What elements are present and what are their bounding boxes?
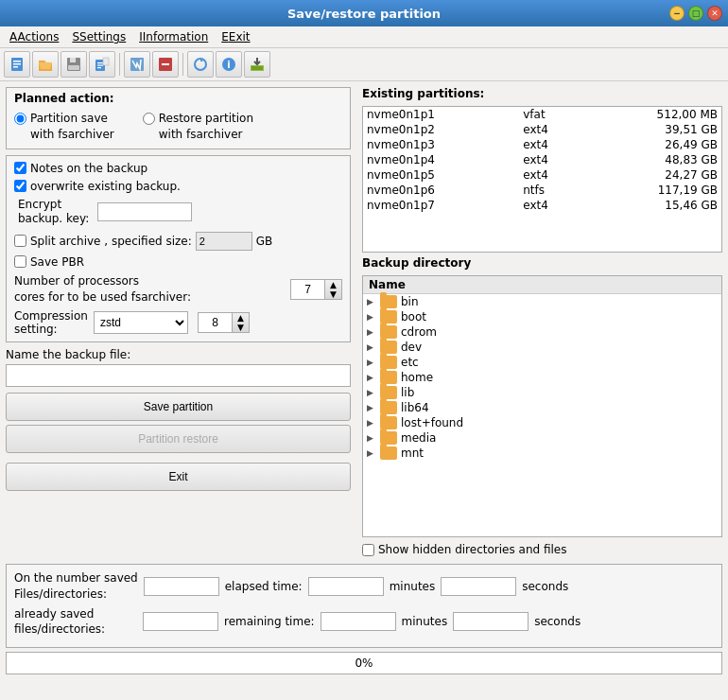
tree-item[interactable]: ▶ media <box>363 430 721 446</box>
close-button[interactable]: ✕ <box>707 6 722 21</box>
toolbar-refresh[interactable] <box>187 51 214 78</box>
svg-rect-2 <box>13 63 21 65</box>
maximize-button[interactable]: □ <box>688 6 703 21</box>
processors-label: Number of processors cores for to be use… <box>14 273 286 306</box>
options-area: Notes on the backup overwrite existing b… <box>6 155 351 343</box>
remaining-minutes-input[interactable] <box>321 612 396 631</box>
toolbar-add[interactable] <box>124 51 150 78</box>
menu-exit[interactable]: EExit <box>216 28 255 45</box>
stats-area: On the number saved Files/directories: e… <box>6 564 722 648</box>
tree-item[interactable]: ▶ dev <box>363 340 721 355</box>
partitions-table: nvme0n1p1vfat512,00 MBnvme0n1p2ext439,51… <box>363 107 721 213</box>
toolbar-info[interactable]: i <box>216 51 242 78</box>
svg-rect-3 <box>13 66 18 68</box>
compression-level-buttons[interactable]: ▲ ▼ <box>232 313 249 332</box>
tree-item[interactable]: ▶ bin <box>363 294 721 309</box>
elapsed-time-label: elapsed time: <box>225 580 303 593</box>
tree-item-label: lib64 <box>401 401 429 414</box>
tree-item-label: boot <box>401 310 426 324</box>
processors-spinbox[interactable]: ▲ ▼ <box>290 279 342 300</box>
menu-information[interactable]: IInformation <box>133 28 214 45</box>
tree-items: ▶ bin ▶ boot ▶ cdrom ▶ dev ▶ etc ▶ home … <box>363 294 721 461</box>
elapsed-seconds-input[interactable] <box>441 577 516 596</box>
toolbar-separator-1 <box>119 53 120 76</box>
processors-input[interactable] <box>291 280 324 299</box>
minutes-unit-1: minutes <box>390 580 436 593</box>
name-input[interactable] <box>6 364 351 387</box>
overwrite-checkbox[interactable] <box>14 180 26 192</box>
partition-row[interactable]: nvme0n1p3ext426,49 GB <box>363 137 721 152</box>
menu-settings[interactable]: SSettings <box>66 28 131 45</box>
name-area: Name the backup file: <box>6 348 351 387</box>
split-unit: GB <box>256 235 273 248</box>
tree-item[interactable]: ▶ boot <box>363 309 721 324</box>
menu-actions[interactable]: AActions <box>4 28 64 45</box>
split-checkbox[interactable] <box>14 235 26 247</box>
overwrite-row[interactable]: overwrite existing backup. <box>14 180 342 193</box>
tree-item[interactable]: ▶ cdrom <box>363 324 721 340</box>
remaining-seconds-input[interactable] <box>453 612 529 631</box>
planned-action-title: Planned action: <box>14 92 342 105</box>
notes-checkbox[interactable] <box>14 162 26 174</box>
save-pbr-checkbox[interactable] <box>14 255 26 268</box>
tree-arrow: ▶ <box>367 327 380 337</box>
processors-row: Number of processors cores for to be use… <box>14 273 342 306</box>
processors-spinbox-buttons[interactable]: ▲ ▼ <box>324 280 341 299</box>
svg-rect-19 <box>251 66 263 70</box>
radio-restore-input[interactable] <box>143 113 155 125</box>
folder-icon <box>380 386 397 399</box>
svg-rect-8 <box>97 62 103 63</box>
seconds-unit-2: seconds <box>534 615 581 628</box>
partition-row[interactable]: nvme0n1p4ext448,83 GB <box>363 152 721 167</box>
save-pbr-row[interactable]: Save PBR <box>14 255 342 269</box>
planned-action-group: Planned action: Partition save with fsar… <box>6 87 351 149</box>
split-input[interactable] <box>196 232 252 251</box>
radio-restore-label: Restore partition with fsarchiver <box>159 111 253 143</box>
partition-row[interactable]: nvme0n1p7ext415,46 GB <box>363 198 721 213</box>
window-controls: − □ ✕ <box>669 6 722 21</box>
radio-save[interactable]: Partition save with fsarchiver <box>14 111 114 143</box>
toolbar-open[interactable] <box>32 51 59 78</box>
tree-item[interactable]: ▶ lib64 <box>363 400 721 415</box>
compression-label: Compressionsetting: <box>14 309 90 336</box>
tree-item[interactable]: ▶ lib <box>363 385 721 400</box>
show-hidden-row[interactable]: Show hidden directories and files <box>362 541 722 558</box>
radio-save-input[interactable] <box>14 113 26 125</box>
folder-icon <box>380 341 397 354</box>
compression-select[interactable]: zstd lzo gzip bzip2 xz none <box>94 311 188 334</box>
tree-item[interactable]: ▶ etc <box>363 355 721 370</box>
save-partition-button[interactable]: Save partition <box>6 393 351 421</box>
progress-area: 0% <box>6 652 722 674</box>
minimize-button[interactable]: − <box>669 6 685 21</box>
partition-row[interactable]: nvme0n1p2ext439,51 GB <box>363 122 721 137</box>
compression-level-input[interactable] <box>199 313 232 332</box>
notes-label: Notes on the backup <box>30 162 147 175</box>
encrypt-input[interactable] <box>97 202 192 221</box>
tree-item-label: home <box>401 371 433 384</box>
partition-row[interactable]: nvme0n1p5ext424,27 GB <box>363 167 721 183</box>
partition-row[interactable]: nvme0n1p6ntfs117,19 GB <box>363 183 721 198</box>
tree-item[interactable]: ▶ lost+found <box>363 415 721 430</box>
tree-item[interactable]: ▶ home <box>363 370 721 385</box>
tree-arrow: ▶ <box>367 373 380 382</box>
title-bar: Save/restore partition − □ ✕ <box>0 0 728 26</box>
show-hidden-checkbox[interactable] <box>362 544 374 556</box>
exit-button[interactable]: Exit <box>6 463 351 491</box>
tree-item[interactable]: ▶ mnt <box>363 446 721 461</box>
folder-icon <box>380 310 397 324</box>
toolbar-save[interactable] <box>61 51 87 78</box>
notes-row[interactable]: Notes on the backup <box>14 162 342 175</box>
partitions-table-wrapper[interactable]: nvme0n1p1vfat512,00 MBnvme0n1p2ext439,51… <box>362 106 722 253</box>
toolbar-saveas[interactable] <box>89 51 115 78</box>
toolbar-new[interactable] <box>4 51 30 78</box>
dir-tree-wrapper[interactable]: Name ▶ bin ▶ boot ▶ cdrom ▶ dev ▶ etc ▶ … <box>362 275 722 537</box>
toolbar-export[interactable] <box>244 51 270 78</box>
compression-level-spinbox[interactable]: ▲ ▼ <box>198 312 250 333</box>
elapsed-minutes-input[interactable] <box>308 577 384 596</box>
partition-row[interactable]: nvme0n1p1vfat512,00 MB <box>363 107 721 122</box>
already-saved-input[interactable] <box>143 612 218 631</box>
radio-restore[interactable]: Restore partition with fsarchiver <box>143 111 253 143</box>
tree-arrow: ▶ <box>367 433 380 443</box>
toolbar-remove[interactable] <box>152 51 179 78</box>
saved-files-input[interactable] <box>144 577 219 596</box>
